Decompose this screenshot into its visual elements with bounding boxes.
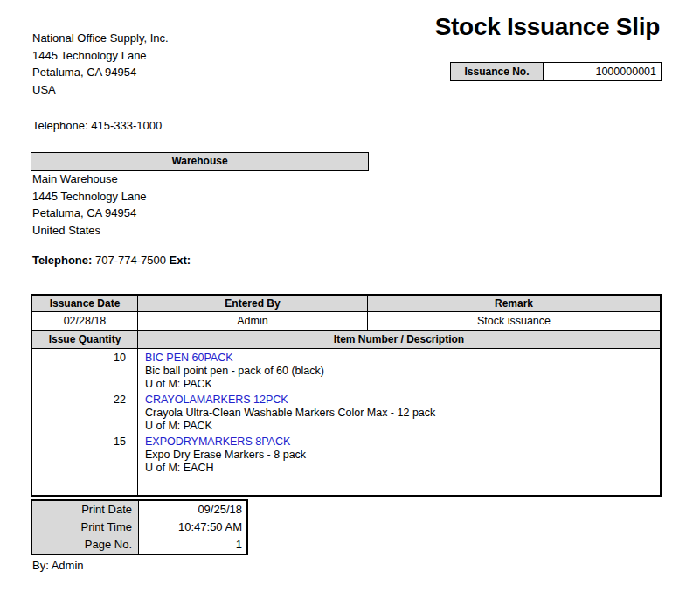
header-issue-quantity: Issue Quantity (32, 331, 138, 348)
item-uom: U of M: PACK (145, 378, 660, 391)
items-header-row: Issue Quantity Item Number / Description (32, 331, 660, 349)
company-address-line3: USA (32, 81, 169, 99)
print-info-values: 09/25/18 10:47:50 AM 1 (139, 501, 246, 554)
header-entered-by: Entered By (138, 296, 368, 311)
item-quantity: 15 (32, 435, 137, 477)
warehouse-header: Warehouse (31, 152, 369, 171)
company-address-line2: Petaluma, CA 94954 (32, 64, 169, 81)
warehouse-name: Main Warehouse (32, 171, 147, 188)
header-remark: Remark (368, 296, 660, 311)
item-number-link[interactable]: BIC PEN 60PACK (145, 352, 660, 365)
warehouse-telephone: Telephone: 707-774-7500 Ext: (32, 252, 191, 269)
print-time-label: Print Time (32, 519, 132, 536)
value-entered-by: Admin (138, 312, 368, 330)
print-info-labels: Print Date Print Time Page No. (32, 501, 139, 554)
info-header-row: Issuance Date Entered By Remark (32, 296, 660, 312)
warehouse-address-line1: 1445 Technology Lane (32, 188, 147, 205)
item-block: CRAYOLAMARKERS 12PCK Crayola Ultra-Clean… (145, 394, 660, 433)
print-info-block: Print Date Print Time Page No. 09/25/18 … (31, 499, 248, 555)
item-number-link[interactable]: EXPODRYMARKERS 8PACK (145, 435, 660, 449)
item-quantity: 10 (32, 352, 137, 394)
info-value-row: 02/28/18 Admin Stock issuance (32, 312, 660, 331)
page-no-value: 1 (139, 536, 242, 554)
company-address-block: National Office Supply, Inc. 1445 Techno… (32, 30, 169, 98)
header-item-description: Item Number / Description (138, 331, 660, 348)
item-description: Crayola Ultra-Clean Washable Markers Col… (145, 407, 660, 420)
quantity-column: 10 22 15 (32, 349, 138, 495)
printed-by-line: By: Admin (32, 557, 84, 575)
value-issuance-date: 02/28/18 (32, 312, 138, 330)
print-date-value: 09/25/18 (139, 501, 242, 519)
print-time-value: 10:47:50 AM (139, 519, 242, 536)
company-name: National Office Supply, Inc. (32, 30, 169, 47)
value-remark: Stock issuance (368, 312, 660, 330)
warehouse-telephone-number: 707-774-7500 (95, 254, 166, 267)
item-number-link[interactable]: CRAYOLAMARKERS 12PCK (145, 394, 660, 407)
warehouse-address-line3: United States (32, 222, 147, 240)
item-quantity: 22 (32, 394, 137, 435)
print-date-label: Print Date (32, 501, 132, 519)
issuance-no-value: 1000000001 (544, 63, 661, 80)
company-address-line1: 1445 Technology Lane (32, 47, 169, 65)
warehouse-ext-label: Ext: (170, 254, 191, 267)
issuance-table: Issuance Date Entered By Remark 02/28/18… (31, 294, 662, 497)
item-block: BIC PEN 60PACK Bic ball point pen - pack… (145, 352, 660, 391)
warehouse-telephone-label: Telephone: (32, 254, 92, 267)
page-no-label: Page No. (32, 536, 132, 554)
items-area: 10 22 15 BIC PEN 60PACK Bic ball point p… (32, 349, 660, 495)
description-column: BIC PEN 60PACK Bic ball point pen - pack… (138, 349, 660, 495)
stock-issuance-slip-document: National Office Supply, Inc. 1445 Techno… (0, 0, 700, 613)
issuance-no-box: Issuance No. 1000000001 (450, 62, 662, 81)
item-description: Bic ball point pen - pack of 60 (black) (145, 365, 660, 378)
item-uom: U of M: PACK (145, 420, 660, 433)
header-issuance-date: Issuance Date (32, 296, 138, 311)
item-description: Expo Dry Erase Markers - 8 pack (145, 449, 660, 462)
item-block: EXPODRYMARKERS 8PACK Expo Dry Erase Mark… (145, 435, 660, 475)
page-title: Stock Issuance Slip (435, 13, 660, 41)
issuance-no-label: Issuance No. (451, 63, 544, 80)
warehouse-address-block: Main Warehouse 1445 Technology Lane Peta… (32, 171, 147, 239)
item-uom: U of M: EACH (145, 462, 660, 475)
company-telephone: Telephone: 415-333-1000 (32, 117, 162, 135)
warehouse-address-line2: Petaluma, CA 94954 (32, 205, 147, 222)
